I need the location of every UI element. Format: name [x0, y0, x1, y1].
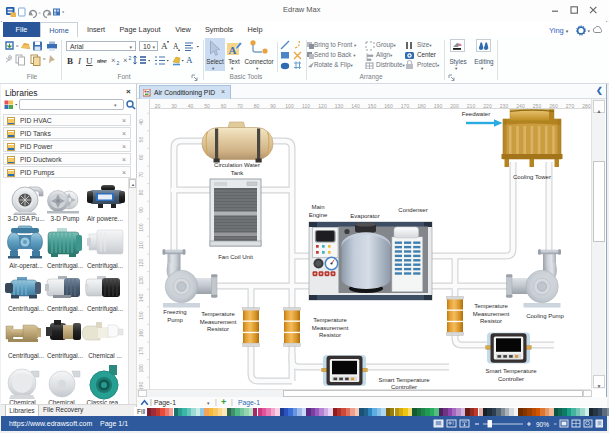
svg-text:Engine: Engine: [309, 212, 328, 218]
svg-text:Fan Coil Unit: Fan Coil Unit: [218, 254, 253, 260]
svg-text:2: 2: [129, 55, 132, 61]
svg-text:I: I: [77, 56, 82, 66]
svg-text:140: 140: [138, 294, 144, 303]
svg-text:Centrifugal...: Centrifugal...: [47, 352, 83, 360]
svg-text:A: A: [173, 42, 179, 51]
svg-text:130: 130: [138, 276, 144, 285]
svg-text:Temperature: Temperature: [313, 317, 347, 323]
svg-text:Centrifugal...: Centrifugal...: [87, 262, 123, 270]
svg-text:110: 110: [138, 241, 144, 249]
svg-text:70: 70: [138, 172, 144, 178]
svg-text:Freezing: Freezing: [163, 309, 186, 315]
svg-text:80: 80: [138, 189, 144, 195]
svg-text:160: 160: [138, 329, 144, 338]
svg-text:U: U: [86, 56, 93, 66]
svg-text:A: A: [186, 55, 193, 65]
svg-text:abc: abc: [97, 57, 107, 65]
svg-text:Centrifugal...: Centrifugal...: [47, 262, 83, 270]
svg-text:3-D ISA Pu...: 3-D ISA Pu...: [8, 215, 45, 222]
svg-text:Air powere...: Air powere...: [87, 215, 123, 223]
svg-text:120: 120: [138, 258, 144, 267]
svg-text:40: 40: [138, 119, 144, 125]
svg-text:3-D Pump: 3-D Pump: [51, 215, 80, 223]
svg-text:90%: 90%: [536, 421, 549, 428]
svg-text:Centrifugal...: Centrifugal...: [47, 305, 83, 313]
svg-text:×: ×: [111, 56, 116, 65]
svg-text:A: A: [229, 44, 237, 56]
svg-text:Centrifugal...: Centrifugal...: [8, 352, 44, 360]
svg-text:150: 150: [138, 311, 144, 320]
svg-text:Controller: Controller: [498, 376, 524, 382]
svg-text:Centrifugal...: Centrifugal...: [8, 305, 44, 313]
svg-text:90: 90: [138, 207, 144, 213]
svg-text:100: 100: [138, 223, 144, 232]
svg-text:Measurement: Measurement: [200, 319, 237, 325]
svg-text:190: 190: [138, 382, 144, 389]
svg-text:Temperature: Temperature: [201, 311, 235, 317]
svg-text:2: 2: [117, 60, 120, 66]
svg-text:Cooling Pump: Cooling Pump: [526, 313, 564, 319]
svg-text:Condenser: Condenser: [398, 207, 427, 213]
svg-text:Measurement: Measurement: [312, 325, 349, 331]
svg-text:Circulation Water: Circulation Water: [214, 162, 260, 168]
svg-text:Pump: Pump: [167, 317, 183, 323]
svg-text:Smart Temperature: Smart Temperature: [378, 377, 430, 383]
svg-text:Cooling Tower: Cooling Tower: [513, 174, 551, 180]
svg-text:B: B: [67, 56, 73, 66]
svg-text:180: 180: [138, 364, 144, 373]
svg-text:Chemical ...: Chemical ...: [88, 352, 122, 359]
svg-text:×: ×: [123, 56, 128, 65]
svg-text:A: A: [161, 41, 168, 51]
svg-text:Resistor: Resistor: [207, 326, 229, 332]
svg-text:Tank: Tank: [231, 170, 245, 176]
svg-text:Resistor: Resistor: [319, 332, 341, 338]
svg-text:170: 170: [138, 346, 144, 355]
svg-text:Air-operat...: Air-operat...: [9, 262, 43, 270]
svg-text:Measurement: Measurement: [473, 311, 510, 317]
svg-text:50: 50: [138, 137, 144, 143]
svg-text:60: 60: [138, 154, 144, 160]
svg-text:Smart Temperature: Smart Temperature: [485, 368, 537, 374]
svg-text:Temperature: Temperature: [474, 303, 508, 309]
svg-text:Evaporator: Evaporator: [350, 213, 379, 219]
svg-text:Feedwater: Feedwater: [462, 111, 490, 117]
svg-text:Centrifugal...: Centrifugal...: [87, 305, 123, 313]
svg-text:Main: Main: [311, 204, 324, 210]
svg-text:Resistor: Resistor: [480, 318, 502, 324]
